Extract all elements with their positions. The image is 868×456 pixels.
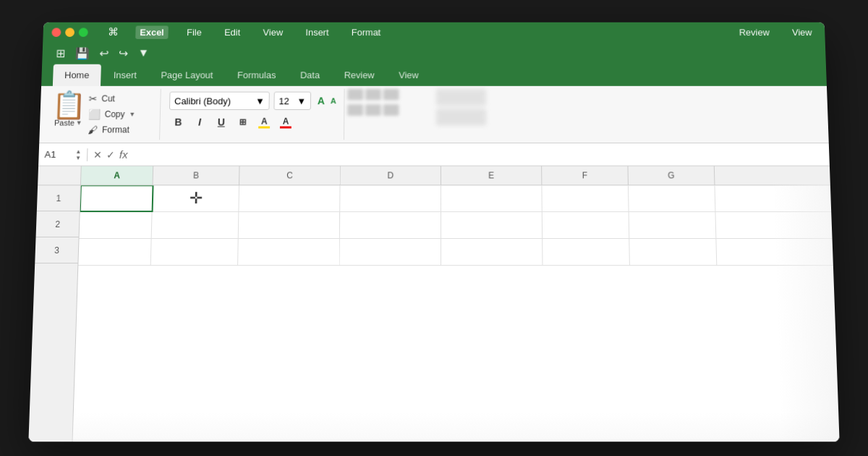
cell-c2[interactable] (239, 212, 340, 238)
close-button[interactable] (51, 28, 61, 37)
cut-button[interactable]: ✂ Cut (85, 92, 139, 106)
grid-area: ✛ (73, 185, 840, 442)
font-size-increase[interactable]: A (315, 94, 327, 109)
menu-review[interactable]: Review (735, 25, 774, 38)
cell-c1[interactable] (239, 185, 340, 211)
redo-button[interactable]: ↪ (116, 44, 130, 62)
fill-color-button[interactable]: A (255, 113, 273, 131)
paste-dropdown-arrow[interactable]: ▼ (76, 119, 82, 127)
col-header-a[interactable]: A (81, 166, 153, 185)
cell-a2[interactable] (80, 212, 153, 238)
align-btn-5 (365, 104, 381, 116)
menu-insert[interactable]: Insert (301, 25, 333, 38)
cell-f2[interactable] (542, 212, 629, 238)
col-header-g[interactable]: G (628, 166, 715, 185)
new-button[interactable]: ⊞ (54, 44, 68, 62)
cell-c3[interactable] (238, 239, 340, 265)
menu-file[interactable]: File (182, 25, 206, 38)
font-size-select[interactable]: 12 ▼ (273, 92, 311, 110)
col-header-c[interactable]: C (239, 166, 341, 185)
col-header-f[interactable]: F (542, 166, 629, 185)
format-painter-button[interactable]: 🖌 Format (85, 123, 138, 138)
cell-d2[interactable] (340, 212, 441, 238)
cell-g1[interactable] (629, 185, 715, 211)
cell-e1[interactable] (441, 185, 542, 211)
formula-function-button[interactable]: fx (119, 148, 128, 161)
paste-button[interactable]: 📋 Paste ▼ (51, 92, 86, 127)
row-header-2[interactable]: 2 (36, 211, 80, 237)
cell-f3[interactable] (542, 239, 630, 265)
cursor-cross: ✛ (189, 189, 203, 208)
col-header-b[interactable]: B (153, 166, 240, 185)
save-button[interactable]: 💾 (73, 44, 92, 62)
formula-confirm-button[interactable]: ✓ (106, 148, 115, 160)
spreadsheet: A B C D E F G 1 2 3 ✛ (28, 166, 839, 442)
cell-ref-arrows: ▲ ▼ (75, 148, 81, 161)
cell-b2[interactable] (152, 212, 239, 238)
font-color-button[interactable]: A (276, 113, 295, 131)
cell-e3[interactable] (441, 239, 542, 265)
menu-format[interactable]: Format (347, 25, 385, 38)
cell-e2[interactable] (441, 212, 542, 238)
tab-data[interactable]: Data (289, 64, 331, 86)
cell-reference-box[interactable]: A1 ▲ ▼ (44, 148, 88, 161)
tab-review[interactable]: Review (333, 64, 386, 86)
quick-access-toolbar: ⊞ 💾 ↩ ↪ ▼ (42, 42, 826, 64)
formula-input[interactable] (133, 143, 824, 166)
align-btn-2 (365, 89, 381, 101)
scissors-icon: ✂ (88, 93, 97, 105)
minimize-button[interactable] (65, 28, 75, 37)
italic-button[interactable]: I (190, 113, 209, 131)
font-name-select[interactable]: Calibri (Body) ▼ (169, 92, 270, 110)
row-header-3[interactable]: 3 (35, 237, 78, 263)
align-btn-1 (347, 89, 363, 101)
cell-b3[interactable] (151, 239, 239, 265)
cell-d3[interactable] (340, 239, 441, 265)
cell-a1[interactable] (80, 185, 153, 211)
column-headers: A B C D E F G (38, 166, 830, 186)
copy-dropdown-arrow[interactable]: ▼ (129, 111, 135, 118)
tab-page-layout[interactable]: Page Layout (149, 64, 224, 86)
corner-cell (38, 166, 82, 185)
font-format-row: B I U ⊞ A A (169, 113, 295, 131)
formula-cancel-button[interactable]: ✕ (93, 148, 102, 160)
menu-view[interactable]: View (259, 25, 288, 38)
menu-edit[interactable]: Edit (220, 25, 244, 38)
maximize-button[interactable] (79, 28, 88, 37)
tab-formulas[interactable]: Formulas (226, 64, 287, 86)
alignment-group (347, 89, 433, 140)
tab-home[interactable]: Home (53, 64, 101, 86)
undo-button[interactable]: ↩ (97, 44, 111, 62)
clipboard-sub-group: ✂ Cut ⬜ Copy ▼ 🖌 Format (85, 92, 139, 138)
row-headers: 1 2 3 (28, 185, 81, 442)
cell-g3[interactable] (629, 239, 717, 265)
col-header-d[interactable]: D (341, 166, 441, 185)
font-size-buttons: A A (315, 94, 339, 109)
ribbon-content: 📋 Paste ▼ ✂ Cut ⬜ Copy ▼ 🖌 Form (39, 86, 829, 143)
quick-dropdown[interactable]: ▼ (135, 45, 151, 62)
cell-a3[interactable] (78, 239, 151, 265)
cell-d1[interactable] (340, 185, 441, 211)
font-size-decrease[interactable]: A (328, 95, 339, 106)
cell-b1[interactable]: ✛ (153, 185, 239, 211)
align-btn-3 (383, 89, 399, 101)
cell-f1[interactable] (542, 185, 629, 211)
col-header-e[interactable]: E (441, 166, 542, 185)
format-painter-icon: 🖌 (88, 124, 98, 136)
cell-g2[interactable] (629, 212, 717, 238)
row-header-1[interactable]: 1 (37, 185, 80, 211)
underline-button[interactable]: U (212, 113, 231, 131)
copy-button[interactable]: ⬜ Copy ▼ (85, 107, 139, 122)
menu-excel[interactable]: Excel (135, 25, 169, 38)
tab-insert[interactable]: Insert (102, 64, 148, 86)
tab-view[interactable]: View (387, 64, 430, 86)
alignment-row-1 (347, 89, 433, 101)
copy-icon: ⬜ (88, 109, 101, 120)
menu-view-right[interactable]: View (788, 25, 817, 38)
excel-window: ⌘ Excel File Edit View Insert Format Rev… (28, 22, 839, 442)
traffic-lights (51, 28, 88, 37)
border-button[interactable]: ⊞ (233, 113, 252, 131)
apple-icon: ⌘ (108, 26, 119, 38)
ribbon-tabs: Home Insert Page Layout Formulas Data Re… (41, 64, 827, 86)
bold-button[interactable]: B (169, 113, 187, 131)
